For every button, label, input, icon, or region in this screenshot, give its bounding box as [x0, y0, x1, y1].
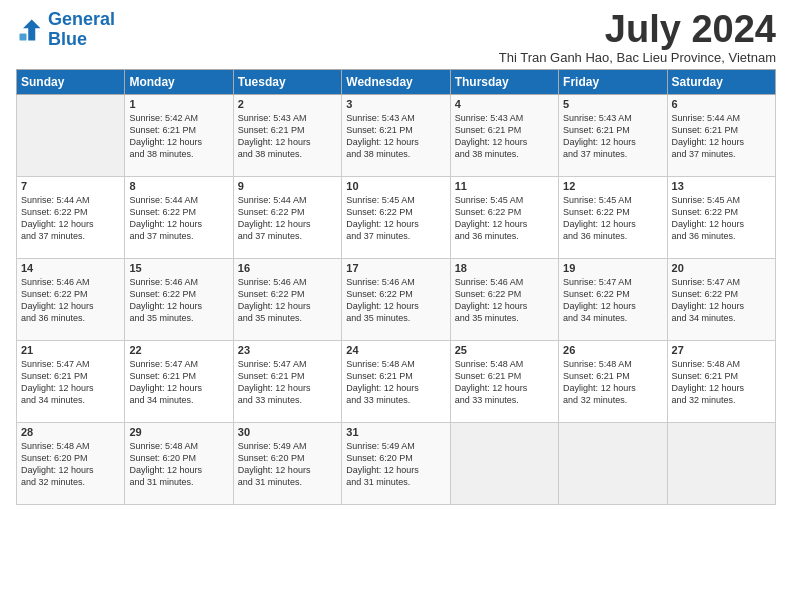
- day-info: Sunrise: 5:45 AM Sunset: 6:22 PM Dayligh…: [672, 194, 771, 243]
- day-number: 16: [238, 262, 337, 274]
- logo: General Blue: [16, 10, 115, 50]
- day-info: Sunrise: 5:43 AM Sunset: 6:21 PM Dayligh…: [346, 112, 445, 161]
- col-thursday: Thursday: [450, 70, 558, 95]
- day-cell: 5Sunrise: 5:43 AM Sunset: 6:21 PM Daylig…: [559, 95, 667, 177]
- col-wednesday: Wednesday: [342, 70, 450, 95]
- day-cell: 21Sunrise: 5:47 AM Sunset: 6:21 PM Dayli…: [17, 341, 125, 423]
- day-cell: 8Sunrise: 5:44 AM Sunset: 6:22 PM Daylig…: [125, 177, 233, 259]
- day-number: 10: [346, 180, 445, 192]
- week-row-1: 1Sunrise: 5:42 AM Sunset: 6:21 PM Daylig…: [17, 95, 776, 177]
- day-number: 27: [672, 344, 771, 356]
- day-number: 12: [563, 180, 662, 192]
- day-info: Sunrise: 5:46 AM Sunset: 6:22 PM Dayligh…: [346, 276, 445, 325]
- day-number: 7: [21, 180, 120, 192]
- col-monday: Monday: [125, 70, 233, 95]
- day-info: Sunrise: 5:44 AM Sunset: 6:22 PM Dayligh…: [238, 194, 337, 243]
- day-number: 14: [21, 262, 120, 274]
- calendar-subtitle: Thi Tran Ganh Hao, Bac Lieu Province, Vi…: [499, 50, 776, 65]
- header-row: Sunday Monday Tuesday Wednesday Thursday…: [17, 70, 776, 95]
- day-info: Sunrise: 5:43 AM Sunset: 6:21 PM Dayligh…: [455, 112, 554, 161]
- day-number: 25: [455, 344, 554, 356]
- day-info: Sunrise: 5:46 AM Sunset: 6:22 PM Dayligh…: [455, 276, 554, 325]
- day-cell: 2Sunrise: 5:43 AM Sunset: 6:21 PM Daylig…: [233, 95, 341, 177]
- day-info: Sunrise: 5:49 AM Sunset: 6:20 PM Dayligh…: [238, 440, 337, 489]
- page: General Blue July 2024 Thi Tran Ganh Hao…: [0, 0, 792, 612]
- calendar-table: Sunday Monday Tuesday Wednesday Thursday…: [16, 69, 776, 505]
- col-tuesday: Tuesday: [233, 70, 341, 95]
- day-cell: 20Sunrise: 5:47 AM Sunset: 6:22 PM Dayli…: [667, 259, 775, 341]
- day-number: 24: [346, 344, 445, 356]
- day-info: Sunrise: 5:49 AM Sunset: 6:20 PM Dayligh…: [346, 440, 445, 489]
- day-cell: 26Sunrise: 5:48 AM Sunset: 6:21 PM Dayli…: [559, 341, 667, 423]
- day-number: 31: [346, 426, 445, 438]
- day-number: 4: [455, 98, 554, 110]
- day-cell: 23Sunrise: 5:47 AM Sunset: 6:21 PM Dayli…: [233, 341, 341, 423]
- day-number: 6: [672, 98, 771, 110]
- day-info: Sunrise: 5:48 AM Sunset: 6:21 PM Dayligh…: [672, 358, 771, 407]
- day-info: Sunrise: 5:48 AM Sunset: 6:20 PM Dayligh…: [129, 440, 228, 489]
- day-cell: 9Sunrise: 5:44 AM Sunset: 6:22 PM Daylig…: [233, 177, 341, 259]
- day-cell: [667, 423, 775, 505]
- day-cell: 1Sunrise: 5:42 AM Sunset: 6:21 PM Daylig…: [125, 95, 233, 177]
- calendar-title: July 2024: [499, 10, 776, 48]
- day-cell: 18Sunrise: 5:46 AM Sunset: 6:22 PM Dayli…: [450, 259, 558, 341]
- logo-text: General Blue: [48, 10, 115, 50]
- day-info: Sunrise: 5:44 AM Sunset: 6:22 PM Dayligh…: [129, 194, 228, 243]
- day-cell: [450, 423, 558, 505]
- day-number: 9: [238, 180, 337, 192]
- logo-line2: Blue: [48, 29, 87, 49]
- day-number: 13: [672, 180, 771, 192]
- day-cell: 14Sunrise: 5:46 AM Sunset: 6:22 PM Dayli…: [17, 259, 125, 341]
- header: General Blue July 2024 Thi Tran Ganh Hao…: [16, 10, 776, 65]
- day-info: Sunrise: 5:47 AM Sunset: 6:21 PM Dayligh…: [21, 358, 120, 407]
- day-number: 26: [563, 344, 662, 356]
- day-number: 8: [129, 180, 228, 192]
- day-cell: 27Sunrise: 5:48 AM Sunset: 6:21 PM Dayli…: [667, 341, 775, 423]
- day-number: 22: [129, 344, 228, 356]
- day-number: 5: [563, 98, 662, 110]
- day-info: Sunrise: 5:46 AM Sunset: 6:22 PM Dayligh…: [129, 276, 228, 325]
- day-number: 29: [129, 426, 228, 438]
- day-info: Sunrise: 5:44 AM Sunset: 6:21 PM Dayligh…: [672, 112, 771, 161]
- day-number: 11: [455, 180, 554, 192]
- day-number: 17: [346, 262, 445, 274]
- day-cell: 7Sunrise: 5:44 AM Sunset: 6:22 PM Daylig…: [17, 177, 125, 259]
- title-block: July 2024 Thi Tran Ganh Hao, Bac Lieu Pr…: [499, 10, 776, 65]
- day-info: Sunrise: 5:43 AM Sunset: 6:21 PM Dayligh…: [563, 112, 662, 161]
- day-number: 15: [129, 262, 228, 274]
- day-number: 2: [238, 98, 337, 110]
- col-saturday: Saturday: [667, 70, 775, 95]
- day-cell: 17Sunrise: 5:46 AM Sunset: 6:22 PM Dayli…: [342, 259, 450, 341]
- col-sunday: Sunday: [17, 70, 125, 95]
- day-number: 21: [21, 344, 120, 356]
- day-cell: 6Sunrise: 5:44 AM Sunset: 6:21 PM Daylig…: [667, 95, 775, 177]
- day-info: Sunrise: 5:48 AM Sunset: 6:21 PM Dayligh…: [563, 358, 662, 407]
- day-cell: 22Sunrise: 5:47 AM Sunset: 6:21 PM Dayli…: [125, 341, 233, 423]
- day-cell: 13Sunrise: 5:45 AM Sunset: 6:22 PM Dayli…: [667, 177, 775, 259]
- day-info: Sunrise: 5:45 AM Sunset: 6:22 PM Dayligh…: [455, 194, 554, 243]
- week-row-3: 14Sunrise: 5:46 AM Sunset: 6:22 PM Dayli…: [17, 259, 776, 341]
- day-cell: 4Sunrise: 5:43 AM Sunset: 6:21 PM Daylig…: [450, 95, 558, 177]
- logo-icon: [16, 16, 44, 44]
- day-cell: 10Sunrise: 5:45 AM Sunset: 6:22 PM Dayli…: [342, 177, 450, 259]
- day-cell: 25Sunrise: 5:48 AM Sunset: 6:21 PM Dayli…: [450, 341, 558, 423]
- day-cell: [17, 95, 125, 177]
- day-info: Sunrise: 5:44 AM Sunset: 6:22 PM Dayligh…: [21, 194, 120, 243]
- day-cell: 28Sunrise: 5:48 AM Sunset: 6:20 PM Dayli…: [17, 423, 125, 505]
- day-cell: 3Sunrise: 5:43 AM Sunset: 6:21 PM Daylig…: [342, 95, 450, 177]
- day-cell: 11Sunrise: 5:45 AM Sunset: 6:22 PM Dayli…: [450, 177, 558, 259]
- day-number: 23: [238, 344, 337, 356]
- day-info: Sunrise: 5:45 AM Sunset: 6:22 PM Dayligh…: [346, 194, 445, 243]
- day-info: Sunrise: 5:43 AM Sunset: 6:21 PM Dayligh…: [238, 112, 337, 161]
- col-friday: Friday: [559, 70, 667, 95]
- day-cell: 29Sunrise: 5:48 AM Sunset: 6:20 PM Dayli…: [125, 423, 233, 505]
- day-number: 18: [455, 262, 554, 274]
- day-info: Sunrise: 5:46 AM Sunset: 6:22 PM Dayligh…: [21, 276, 120, 325]
- day-cell: 30Sunrise: 5:49 AM Sunset: 6:20 PM Dayli…: [233, 423, 341, 505]
- week-row-4: 21Sunrise: 5:47 AM Sunset: 6:21 PM Dayli…: [17, 341, 776, 423]
- day-info: Sunrise: 5:47 AM Sunset: 6:21 PM Dayligh…: [238, 358, 337, 407]
- week-row-2: 7Sunrise: 5:44 AM Sunset: 6:22 PM Daylig…: [17, 177, 776, 259]
- day-cell: 24Sunrise: 5:48 AM Sunset: 6:21 PM Dayli…: [342, 341, 450, 423]
- day-info: Sunrise: 5:45 AM Sunset: 6:22 PM Dayligh…: [563, 194, 662, 243]
- day-info: Sunrise: 5:48 AM Sunset: 6:21 PM Dayligh…: [455, 358, 554, 407]
